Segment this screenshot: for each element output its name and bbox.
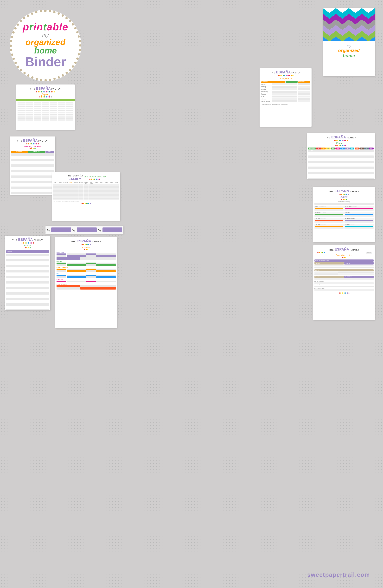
gift-dots <box>18 91 73 92</box>
fin-month-jun: jun <box>340 147 345 149</box>
fin-month-nov: nov <box>364 147 369 149</box>
watermark-text2: .com <box>355 571 370 578</box>
todo-espana: ESPAÑA <box>18 237 33 242</box>
fin-month-mar: mar <box>326 147 331 149</box>
budget-food: FOOD qty budgeted <box>314 206 344 211</box>
todo-the: THE <box>12 239 17 241</box>
babysitter-sheet: THE ESPAÑA FAMILY proverb babysitters no… <box>313 245 375 320</box>
finances-dots2 <box>308 145 374 146</box>
budget-utilities: UTILITIES budgeted <box>314 218 344 223</box>
gift-col-recipient: RECIPIENT <box>18 99 25 101</box>
gift-section-title: gift giving <box>18 93 73 96</box>
bab-the: THE <box>329 249 334 251</box>
auto-row <box>52 196 120 198</box>
bab-can-section: CAN GO <box>314 262 344 268</box>
finances-section-title: Finances <box>308 142 374 145</box>
meal-section-title: meal planner <box>261 77 310 80</box>
inv-dots2 <box>57 249 116 250</box>
meal-row: wednesday <box>260 91 312 93</box>
bab-family: FAMILY <box>350 249 359 251</box>
phone-box2 <box>77 228 97 232</box>
hero-organized-label: organized <box>25 38 65 46</box>
fin-month-sep: sep <box>355 147 359 149</box>
gift-dots2 <box>18 96 73 98</box>
gift-row <box>18 102 73 104</box>
gift-col-occasion: OCCASION <box>25 99 33 101</box>
fin-month-apr: apr <box>331 147 335 149</box>
todo-section-title: to do list <box>6 244 49 247</box>
meal-row: special dinner <box>260 100 312 102</box>
gift-row <box>18 117 73 119</box>
budget-family: FAMILY <box>350 190 359 192</box>
auto-quote: Man is made for something better than di… <box>52 200 120 202</box>
gift-the: THE <box>30 88 35 90</box>
cleaning-dots <box>11 143 54 145</box>
finances-espana: ESPAÑA <box>331 135 346 139</box>
hero-home-label: home <box>34 46 57 55</box>
cleaning-header: THE ESPAÑA FAMILY cleaning checklist <box>10 136 55 151</box>
budget-sheet: THE ESPAÑA FAMILY budget monthly take-ho… <box>313 187 375 242</box>
phone-icon2: 📞 <box>72 229 76 231</box>
meal-row: saturday <box>260 98 312 100</box>
auto-section-title: auto maintenance log <box>84 175 106 178</box>
bab-take-to: take to: <box>314 269 374 271</box>
todo-dots2 <box>6 247 49 249</box>
auto-the: THE ESPAÑA <box>67 174 83 177</box>
auto-row <box>52 192 120 194</box>
gift-family: FAMILY <box>51 88 61 90</box>
bab-cannot-section: CANNOT <box>344 262 374 268</box>
cleaning-col-done: done <box>45 151 54 153</box>
budget-takehome: monthly take-home pay <box>313 201 375 202</box>
bab-cannot-col: CANNOT date <box>344 276 374 280</box>
meal-row: friday <box>260 96 312 98</box>
gift-col-wrapping: WRAPPING <box>65 99 73 101</box>
gift-col-ideas: IDEAS <box>41 99 49 101</box>
fin-month-jul: jul <box>345 147 350 149</box>
budget-dots <box>314 194 374 195</box>
meal-dots <box>261 75 310 76</box>
finances-lines <box>307 150 375 179</box>
fin-month-dec: dec <box>369 147 374 149</box>
gift-row <box>18 119 73 121</box>
gift-giving-sheet: THE ESPAÑA FAMILY gift giving RECIPIENT … <box>16 84 75 130</box>
budget-espana: ESPAÑA <box>335 189 349 193</box>
binder-cover-organized: organized <box>326 48 372 53</box>
gift-row <box>18 104 73 105</box>
inventory-header: THE ESPAÑA FAMILY inventory <box>55 237 117 251</box>
cleaning-dots2 <box>11 148 54 149</box>
todo-family: FAMILY <box>33 239 43 241</box>
phone-box1 <box>51 228 71 232</box>
gift-espana: ESPAÑA <box>36 86 51 90</box>
babysitter-header: THE ESPAÑA FAMILY proverb babysitters no… <box>313 245 375 259</box>
meal-family: FAMILY <box>291 71 301 74</box>
gift-table-header: RECIPIENT OCCASION SIZE IDEAS BUDGET STO… <box>16 99 75 101</box>
cleaning-col-what: What to clean <box>11 151 28 153</box>
hero-circle: printable my organized home Binder <box>10 10 81 81</box>
fin-month-oct: oct <box>360 147 364 149</box>
bab-can-label: CAN GO <box>314 262 344 265</box>
bab-proverb-label: proverb <box>366 252 372 254</box>
inventory-sheet: THE ESPAÑA FAMILY inventory living room <box>55 237 117 328</box>
fin-month-jan: jan <box>316 147 321 149</box>
budget-politics: UTILITIES budgeted <box>314 224 344 229</box>
auto-dots2 <box>52 203 120 204</box>
budget-the: THE <box>329 190 334 192</box>
auto-row <box>52 186 120 188</box>
meal-row: thursday <box>260 93 312 95</box>
fin-month-aug: aug <box>350 147 355 149</box>
inv-kids: kids <box>55 273 117 278</box>
bab-dots3 <box>313 293 375 294</box>
budget-transport: TRANSPORTATION <box>344 218 374 223</box>
budget-header: THE ESPAÑA FAMILY budget <box>313 187 375 201</box>
cleaning-espana: ESPAÑA <box>23 138 38 143</box>
meal-row: sunday <box>260 83 312 85</box>
watermark: sweetpapertrail.com <box>307 571 370 578</box>
bab-taketo-section: take to: <box>313 269 375 276</box>
bab-cannot-label: CANNOT <box>344 262 374 265</box>
gift-row <box>18 106 73 107</box>
gift-col-store: STORE <box>58 99 65 101</box>
budget-housing: HOUSING <box>344 212 374 217</box>
auto-row <box>52 184 120 186</box>
auto-rows <box>52 184 120 200</box>
auto-col-headers: date mileage oil change coolant alignmen… <box>52 182 120 184</box>
